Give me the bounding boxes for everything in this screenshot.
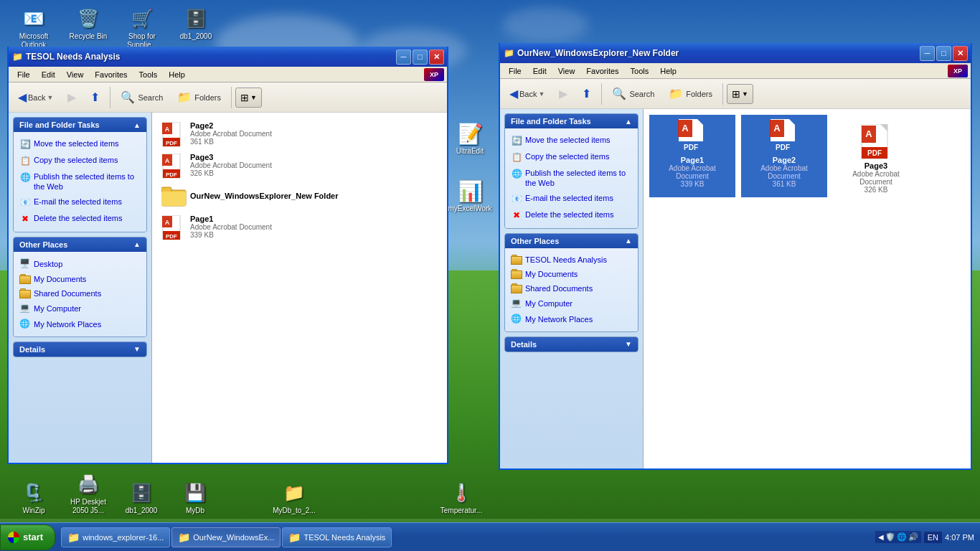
window1-place-shareddocs[interactable]: Shared Documents: [17, 286, 143, 301]
desktop-icon-mydb[interactable]: 💾 MyDb: [170, 481, 220, 515]
language-indicator[interactable]: EN: [924, 532, 942, 543]
window1-minimize-btn[interactable]: ─: [396, 50, 411, 65]
window2-maximize-btn[interactable]: □: [936, 46, 951, 61]
desktop-icon-shop[interactable]: 🛒 Shop for Supplie...: [117, 7, 167, 50]
window1-views-btn[interactable]: ⊞ ▼: [235, 88, 262, 108]
window2-search-btn[interactable]: 🔍 Search: [606, 82, 661, 106]
window2-views-btn[interactable]: ⊞ ▼: [727, 84, 753, 104]
window1-folders-btn[interactable]: 📁 Folders: [171, 85, 227, 110]
window2-place-tesol[interactable]: TESOL Needs Analysis: [508, 253, 635, 267]
taskbar-item-we16[interactable]: 📁 windows_explorer-16...: [61, 527, 170, 547]
window1-maximize-btn[interactable]: □: [413, 50, 428, 65]
window2-place-mycomputer[interactable]: 💻 My Computer: [508, 296, 635, 311]
page1-icon-size: 339 KB: [681, 180, 705, 188]
place-desktop-label: Desktop: [34, 260, 62, 268]
page2-icon-img: PDF A: [767, 118, 801, 153]
window1-task-email[interactable]: 📧 E-mail the selected items: [17, 194, 143, 211]
window2-place-mydocs[interactable]: My Documents: [508, 267, 635, 281]
hp-icon: 🖨️: [77, 473, 100, 496]
window1-place-desktop[interactable]: 🖥️ Desktop: [17, 256, 143, 272]
window1-place-mydocs[interactable]: My Documents: [17, 272, 143, 286]
window2-place-shareddocs[interactable]: Shared Documents: [508, 281, 635, 296]
window2-task-publish[interactable]: 🌐 Publish the selected items to the Web: [508, 166, 635, 191]
file-icon-page2[interactable]: PDF A Page2 Adobe Acrobat Document 361 K…: [741, 115, 827, 197]
window2-places-section: Other Places ▲ TESOL Needs Analysis: [504, 233, 639, 332]
window1-menu-tools[interactable]: Tools: [133, 69, 164, 80]
window1-up-btn[interactable]: ⬆: [84, 85, 106, 110]
window1-menu-favorites[interactable]: Favorites: [89, 69, 133, 80]
window1-tasks-header[interactable]: File and Folder Tasks ▲: [14, 118, 146, 132]
window1-task-copy[interactable]: 📋 Copy the selected items: [17, 153, 143, 169]
desktop-icon-db[interactable]: 🗄️ db1_2000: [171, 7, 221, 41]
desktop-icon-recycle-bin[interactable]: 🗑️ Recycle Bin: [63, 7, 113, 41]
window1-task-move[interactable]: 🔄 Move the selected items: [17, 136, 143, 153]
taskbar-item-we16-icon: 📁: [67, 532, 80, 543]
window1-menu-view[interactable]: View: [61, 69, 90, 80]
window1-search-btn[interactable]: 🔍 Search: [114, 85, 169, 110]
desktop-icon-outlook[interactable]: 📧 Microsoft Outlook: [9, 7, 59, 50]
desktop-icon-ultraedit[interactable]: 📝 UltraEdit: [445, 122, 495, 156]
window1-places-header[interactable]: Other Places ▲: [14, 237, 146, 252]
desktop-icon-hp[interactable]: 🖨️ HP Deskjet 2050 J5...: [63, 473, 113, 515]
window2-forward-btn[interactable]: ▶: [552, 82, 574, 106]
window2-menu-favorites[interactable]: Favorites: [580, 65, 624, 77]
file-icon-page3[interactable]: PDF A Page3 Adobe Acrobat Document 326 K…: [833, 121, 919, 197]
window2-back-btn[interactable]: ◀ Back ▼: [503, 82, 551, 106]
desktop-icon-excel[interactable]: 📊 myExcelWork: [445, 179, 495, 213]
mydb-label: MyDb: [186, 507, 204, 515]
file-item-page1[interactable]: PDF A Page1 Adobe Acrobat Document 339 K…: [158, 212, 441, 242]
file-item-page2[interactable]: PDF A Page2 Adobe Acrobat Document 361 K…: [158, 118, 441, 149]
window2-minimize-btn[interactable]: ─: [920, 46, 935, 61]
svg-text:PDF: PDF: [776, 143, 790, 151]
file-icon-page1[interactable]: PDF A Page1 Adobe Acrobat Document 339 K…: [649, 115, 735, 197]
system-clock[interactable]: 4:07 PM: [945, 533, 974, 542]
desktop-icon-temperature[interactable]: 🌡️ Temperatur...: [436, 481, 486, 515]
window2-menu-help[interactable]: Help: [654, 65, 682, 77]
desktop-icon-db2[interactable]: 🗄️ db1_2000: [116, 481, 166, 515]
window1-forward-btn[interactable]: ▶: [61, 85, 83, 110]
taskbar-item-tesol[interactable]: 📁 TESOL Needs Analysis: [282, 527, 392, 547]
window1-menu-help[interactable]: Help: [163, 69, 191, 80]
window2-details-header[interactable]: Details ▼: [505, 337, 638, 352]
page3-type: Adobe Acrobat Document: [190, 161, 438, 169]
window2-menu-view[interactable]: View: [552, 65, 581, 77]
file-item-newfolder[interactable]: OurNew_WindowsExplorer_New Folder: [158, 182, 441, 210]
window2-up-btn[interactable]: ⬆: [575, 82, 598, 106]
db2-icon: 🗄️: [130, 481, 153, 504]
window2-tasks-header[interactable]: File and Folder Tasks ▲: [505, 114, 638, 128]
window1-place-mynetwork[interactable]: 🌐 My Network Places: [17, 316, 143, 332]
back-dropdown-icon[interactable]: ▼: [47, 94, 53, 101]
back2-dropdown-icon[interactable]: ▼: [538, 90, 545, 98]
window2-menu-edit[interactable]: Edit: [527, 65, 552, 77]
window2-folders-btn[interactable]: 📁 Folders: [662, 82, 719, 106]
desktop-icon-winzip[interactable]: 🗜️ WinZip: [9, 481, 59, 515]
window1-menu-file[interactable]: File: [11, 69, 36, 80]
desktop-icon-mydb-to[interactable]: 📁 MyDb_to_2...: [269, 481, 319, 515]
window2-menu-file[interactable]: File: [503, 65, 527, 77]
toolbar2-sep1: [601, 83, 602, 105]
window2-close-btn[interactable]: ✕: [953, 46, 968, 61]
window1-place-mycomputer[interactable]: 💻 My Computer: [17, 301, 143, 316]
file-item-page3[interactable]: PDF A Page3 Adobe Acrobat Document 326 K…: [158, 150, 441, 180]
window2-task-email[interactable]: 📧 E-mail the selected items: [508, 191, 635, 207]
window2-task-move[interactable]: 🔄 Move the selected items: [508, 133, 635, 149]
window2-menu-tools[interactable]: Tools: [625, 65, 655, 77]
db2-label: db1_2000: [126, 507, 158, 515]
window1-task-delete[interactable]: ✖ Delete the selected items: [17, 211, 143, 227]
window2-task-copy[interactable]: 📋 Copy the selected items: [508, 149, 635, 166]
taskbar-item-ournew[interactable]: 📁 OurNew_WindowsEx...: [171, 527, 281, 547]
window2-task-delete[interactable]: ✖ Delete the selected items: [508, 207, 635, 224]
tasks-chevron-icon: ▲: [133, 121, 141, 129]
window1-title: TESOL Needs Analysis: [26, 52, 393, 62]
window2-places-header[interactable]: Other Places ▲: [505, 234, 638, 248]
window1-details-header[interactable]: Details ▼: [14, 342, 146, 357]
window1-close-btn[interactable]: ✕: [429, 50, 444, 65]
window1-menu-edit[interactable]: Edit: [36, 69, 61, 80]
window1-back-btn[interactable]: ◀ Back ▼: [11, 85, 60, 110]
move-icon: 🔄: [19, 139, 31, 151]
newfolder-icon: [161, 184, 184, 207]
window2-place-mynetwork[interactable]: 🌐 My Network Places: [508, 311, 635, 327]
window1-task-publish[interactable]: 🌐 Publish the selected items to the Web: [17, 169, 143, 194]
start-button[interactable]: start: [0, 524, 55, 550]
page2-icon-type: Adobe Acrobat Document: [745, 164, 824, 180]
